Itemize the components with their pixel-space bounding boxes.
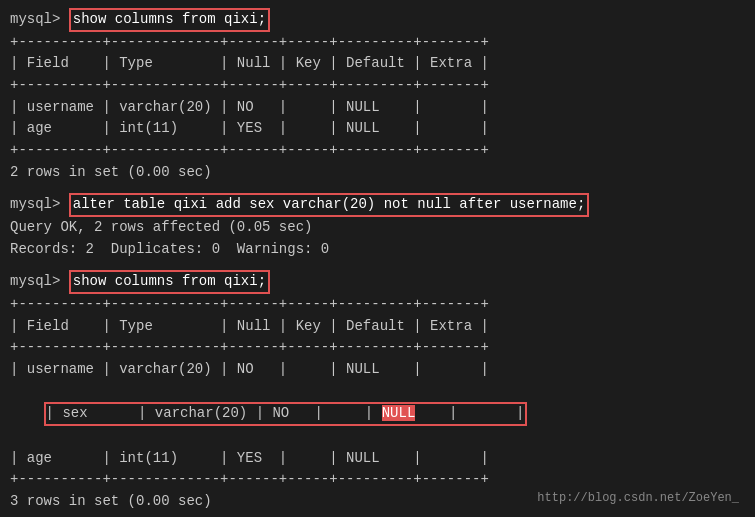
query-line-1: mysql> show columns from qixi; (10, 8, 745, 32)
sex-row-highlight: | sex | varchar(20) | NO | | NULL | | (44, 402, 527, 426)
row-2: | age | int(11) | YES | | NULL | | (10, 118, 745, 140)
border-4: +----------+-------------+------+-----+-… (10, 294, 745, 316)
rec-line: Records: 2 Duplicates: 0 Warnings: 0 (10, 239, 745, 261)
query-line-3: mysql> show columns from qixi; (10, 270, 745, 294)
prompt-3: mysql> (10, 271, 69, 293)
header-1: | Field | Type | Null | Key | Default | … (10, 53, 745, 75)
border-3: +----------+-------------+------+-----+-… (10, 140, 745, 162)
ok-line: Query OK, 2 rows affected (0.05 sec) (10, 217, 745, 239)
border-5: +----------+-------------+------+-----+-… (10, 337, 745, 359)
prompt-1: mysql> (10, 9, 69, 31)
row-1: | username | varchar(20) | NO | | NULL |… (10, 97, 745, 119)
border-1: +----------+-------------+------+-----+-… (10, 32, 745, 54)
query-line-2: mysql> alter table qixi add sex varchar(… (10, 193, 745, 217)
terminal: mysql> show columns from qixi; +--------… (10, 8, 745, 509)
command-3: show columns from qixi; (69, 270, 270, 294)
watermark: http://blog.csdn.net/ZoeYen_ (537, 491, 739, 505)
prompt-2: mysql> (10, 194, 69, 216)
row-4-sex: | sex | varchar(20) | NO | | NULL | | (10, 381, 745, 448)
border-2: +----------+-------------+------+-----+-… (10, 75, 745, 97)
border-6: +----------+-------------+------+-----+-… (10, 469, 745, 491)
command-2: alter table qixi add sex varchar(20) not… (69, 193, 589, 217)
null-highlight: NULL (382, 405, 416, 421)
row-5: | age | int(11) | YES | | NULL | | (10, 448, 745, 470)
result-1: 2 rows in set (0.00 sec) (10, 162, 745, 184)
header-2: | Field | Type | Null | Key | Default | … (10, 316, 745, 338)
command-1: show columns from qixi; (69, 8, 270, 32)
row-3: | username | varchar(20) | NO | | NULL |… (10, 359, 745, 381)
